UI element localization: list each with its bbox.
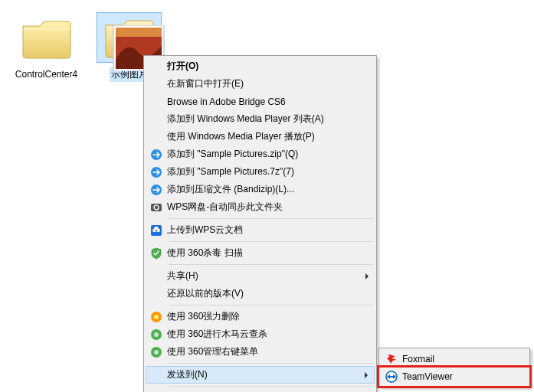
svg-point-11	[154, 332, 159, 337]
submenu-item-label: Foxmail	[402, 354, 434, 364]
desktop-folder-label: ControlCenter4	[14, 69, 79, 80]
menu-item[interactable]: 打开(O)	[146, 57, 375, 75]
svg-point-13	[154, 350, 159, 354]
orb-360-green-icon	[150, 346, 162, 358]
folder-icon	[20, 15, 74, 61]
menu-item-label: 共享(H)	[167, 270, 198, 283]
chevron-right-icon	[365, 372, 368, 378]
menu-separator	[169, 241, 373, 242]
menu-separator	[169, 305, 373, 305]
menu-item[interactable]: 使用 360强力删除	[146, 308, 375, 325]
menu-item-label: 打开(O)	[167, 60, 198, 73]
orb-360-green-icon	[150, 328, 162, 341]
menu-item-icon-slot	[146, 149, 167, 161]
submenu-item[interactable]: Foxmail	[381, 350, 528, 368]
menu-item-label: Browse in Adobe Bridge CS6	[167, 96, 286, 107]
menu-separator	[169, 218, 373, 219]
menu-item[interactable]: 上传到WPS云文档	[146, 221, 375, 239]
menu-item-label: 添加到 "Sample Pictures.zip"(Q)	[167, 148, 298, 161]
menu-item-label: 发送到(N)	[167, 368, 208, 381]
menu-item[interactable]: 还原以前的版本(V)	[146, 285, 375, 302]
menu-item-icon-slot	[146, 166, 167, 178]
send-to-submenu: FoxmailTeamViewer	[378, 348, 530, 387]
orb-360-orange-icon	[150, 311, 162, 323]
menu-item-label: 添加到 Windows Media Player 列表(A)	[167, 113, 324, 126]
wps-cloud-icon	[150, 224, 162, 237]
menu-item[interactable]: 添加到压缩文件 (Bandizip)(L)...	[146, 181, 375, 198]
foxmail-icon	[385, 353, 398, 365]
menu-item-icon-slot	[146, 224, 167, 237]
menu-item-icon-slot	[146, 346, 167, 358]
menu-item-label: 使用 360强力删除	[167, 310, 240, 323]
bandizip-arrow-icon	[150, 149, 162, 161]
menu-item[interactable]: 添加到 Windows Media Player 列表(A)	[146, 110, 375, 128]
menu-item[interactable]: 使用 360进行木马云查杀	[146, 325, 375, 343]
menu-item-label: 添加到压缩文件 (Bandizip)(L)...	[167, 183, 294, 196]
menu-item[interactable]: 剪切(T)	[146, 389, 375, 392]
menu-item-label: 添加到 "Sample Pictures.7z"(7)	[167, 165, 294, 178]
menu-item[interactable]: 添加到 "Sample Pictures.7z"(7)	[146, 163, 375, 181]
context-menu: 打开(O)在新窗口中打开(E)Browse in Adobe Bridge CS…	[143, 55, 377, 392]
menu-item-label: WPS网盘-自动同步此文件夹	[167, 201, 283, 214]
menu-item-label: 使用 360杀毒 扫描	[167, 247, 243, 260]
menu-item[interactable]: 共享(H)	[146, 267, 375, 285]
menu-separator	[169, 363, 373, 364]
bandizip-arrow-icon	[150, 166, 162, 178]
menu-item-icon-slot	[146, 184, 167, 196]
menu-item-label: 还原以前的版本(V)	[167, 287, 244, 300]
bandizip-arrow-icon	[150, 184, 162, 196]
menu-separator	[169, 386, 373, 387]
submenu-item[interactable]: TeamViewer	[381, 368, 528, 385]
teamviewer-icon	[385, 371, 398, 383]
svg-rect-2	[116, 28, 162, 37]
menu-item-label: 上传到WPS云文档	[167, 224, 243, 237]
menu-item-icon-slot	[146, 201, 167, 214]
shield-360-icon	[150, 247, 162, 260]
menu-item-label: 使用 360进行木马云查杀	[167, 328, 267, 341]
menu-item[interactable]: 在新窗口中打开(E)	[146, 75, 375, 93]
menu-item-label: 使用 Windows Media Player 播放(P)	[167, 130, 315, 143]
menu-item-icon-slot	[146, 328, 167, 341]
menu-item-label: 在新窗口中打开(E)	[167, 77, 244, 90]
submenu-item-label: TeamViewer	[402, 371, 453, 382]
submenu-item-icon-slot	[381, 353, 402, 365]
menu-item-label: 使用 360管理右键菜单	[167, 345, 258, 358]
menu-item-icon-slot	[146, 247, 167, 260]
menu-item[interactable]: WPS网盘-自动同步此文件夹	[146, 198, 375, 216]
menu-item[interactable]: 使用 360管理右键菜单	[146, 343, 375, 361]
wps-sync-icon	[150, 201, 162, 214]
svg-point-9	[154, 315, 159, 319]
chevron-right-icon	[365, 273, 369, 279]
submenu-item-icon-slot	[381, 371, 402, 383]
menu-item[interactable]: 发送到(N)	[146, 366, 375, 384]
menu-item[interactable]: 使用 Windows Media Player 播放(P)	[146, 128, 375, 145]
desktop-folder-controlcenter4[interactable]: ControlCenter4	[14, 12, 79, 80]
menu-item-icon-slot	[146, 311, 167, 323]
menu-item[interactable]: 添加到 "Sample Pictures.zip"(Q)	[146, 145, 375, 163]
menu-separator	[169, 264, 373, 265]
menu-item[interactable]: 使用 360杀毒 扫描	[146, 244, 375, 262]
menu-item[interactable]: Browse in Adobe Bridge CS6	[146, 93, 375, 110]
